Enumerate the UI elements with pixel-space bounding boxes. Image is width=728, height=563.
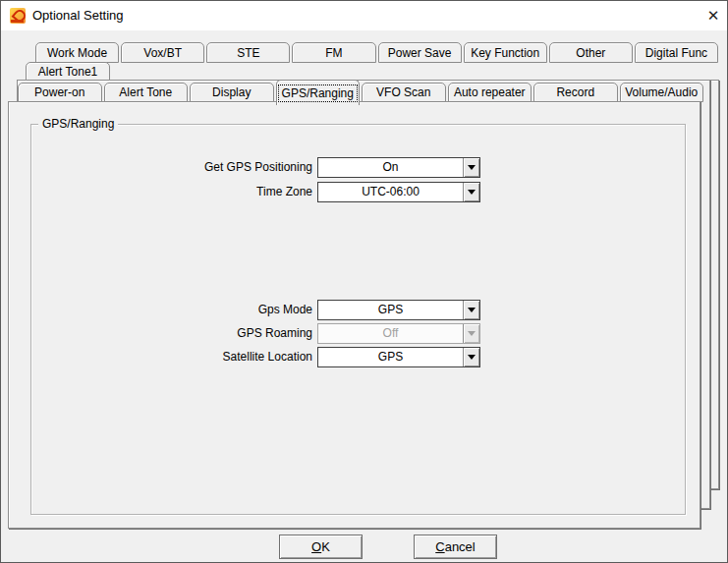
satellite-location-value: GPS bbox=[318, 348, 463, 366]
get-gps-positioning-dropdown[interactable]: On bbox=[317, 157, 480, 178]
tab-label: FM bbox=[325, 46, 342, 60]
gps-mode-label: Gps Mode bbox=[60, 300, 312, 320]
tab-label: Digital Func bbox=[645, 46, 707, 60]
tab-label: Power-on bbox=[34, 85, 84, 99]
tab-label: Record bbox=[556, 85, 594, 99]
tab-volume-audio[interactable]: Volume/Audio bbox=[620, 83, 704, 102]
tab-label: Work Mode bbox=[47, 46, 107, 60]
tab-ste[interactable]: STE bbox=[206, 42, 290, 63]
tab-label: Alert Tone bbox=[119, 85, 172, 99]
tab-label: Volume/Audio bbox=[625, 85, 698, 99]
time-zone-value: UTC-06:00 bbox=[318, 183, 463, 201]
tab-auto-repeater[interactable]: Auto repeater bbox=[448, 83, 532, 102]
tab-label: Alert Tone1 bbox=[38, 65, 98, 79]
time-zone-dropdown[interactable]: UTC-06:00 bbox=[317, 182, 480, 202]
tab-label: VFO Scan bbox=[376, 85, 430, 99]
close-icon[interactable]: ✕ bbox=[699, 1, 728, 30]
tab-row-3: Power-onAlert ToneDisplayGPS/RangingVFO … bbox=[18, 83, 703, 102]
radio-app-icon bbox=[10, 8, 26, 24]
field-row-gps-mode: Gps ModeGPS bbox=[1, 300, 727, 320]
satellite-location-dropdown[interactable]: GPS bbox=[317, 347, 480, 367]
tab-label: Display bbox=[212, 85, 251, 99]
optional-setting-dialog: Optional Setting ✕ Work ModeVox/BTSTEFMP… bbox=[0, 0, 728, 563]
gps-mode-value: GPS bbox=[318, 301, 463, 319]
tab-label: STE bbox=[237, 46, 259, 60]
tab-gps-ranging[interactable]: GPS/Ranging bbox=[276, 80, 361, 105]
tab-display[interactable]: Display bbox=[190, 83, 274, 102]
tab-label: Key Function bbox=[471, 46, 539, 60]
groupbox-title: GPS/Ranging bbox=[38, 117, 118, 131]
gps-roaming-value: Off bbox=[318, 324, 463, 343]
chevron-down-icon[interactable] bbox=[463, 183, 479, 201]
tab-label: GPS/Ranging bbox=[279, 85, 357, 101]
tab-label: Power Save bbox=[388, 46, 452, 60]
tab-other[interactable]: Other bbox=[549, 42, 633, 63]
tab-row-1: Work ModeVox/BTSTEFMPower SaveKey Functi… bbox=[35, 42, 718, 63]
tab-alert-tone[interactable]: Alert Tone bbox=[104, 83, 189, 102]
field-row-gps-roaming: GPS RoamingOff bbox=[1, 323, 727, 344]
tab-label: Vox/BT bbox=[143, 46, 182, 60]
ok-button[interactable]: OK bbox=[279, 535, 363, 559]
tab-row-2: Alert Tone1 bbox=[26, 62, 110, 81]
field-row-get-gps-positioning: Get GPS PositioningOn bbox=[1, 157, 727, 178]
tab-fm[interactable]: FM bbox=[292, 42, 375, 63]
gps-roaming-dropdown: Off bbox=[317, 323, 480, 344]
gps-roaming-label: GPS Roaming bbox=[60, 323, 312, 344]
field-row-time-zone: Time ZoneUTC-06:00 bbox=[1, 182, 727, 202]
window-title: Optional Setting bbox=[32, 1, 124, 30]
chevron-down-icon bbox=[463, 324, 479, 343]
tab-digital-func[interactable]: Digital Func bbox=[635, 42, 718, 63]
tab-alert-tone1[interactable]: Alert Tone1 bbox=[26, 62, 110, 81]
title-bar: Optional Setting ✕ bbox=[1, 1, 727, 30]
time-zone-label: Time Zone bbox=[60, 182, 312, 202]
combo-arrow-glyph bbox=[468, 355, 476, 360]
get-gps-positioning-label: Get GPS Positioning bbox=[60, 157, 312, 178]
combo-arrow-glyph bbox=[468, 331, 476, 336]
field-row-satellite-location: Satellite LocationGPS bbox=[1, 347, 727, 367]
gps-mode-dropdown[interactable]: GPS bbox=[317, 300, 480, 320]
tab-label: Other bbox=[576, 46, 605, 60]
tab-power-on[interactable]: Power-on bbox=[18, 83, 102, 102]
chevron-down-icon[interactable] bbox=[463, 301, 479, 319]
tab-power-save[interactable]: Power Save bbox=[378, 42, 462, 63]
tab-label: Auto repeater bbox=[454, 85, 526, 99]
satellite-location-label: Satellite Location bbox=[60, 347, 312, 367]
combo-arrow-glyph bbox=[468, 165, 476, 170]
tab-work-mode[interactable]: Work Mode bbox=[35, 42, 119, 63]
combo-arrow-glyph bbox=[468, 308, 476, 312]
tab-key-function[interactable]: Key Function bbox=[464, 42, 547, 63]
get-gps-positioning-value: On bbox=[318, 158, 463, 177]
cancel-button[interactable]: Cancel bbox=[414, 535, 497, 559]
tab-record[interactable]: Record bbox=[533, 83, 618, 102]
combo-arrow-glyph bbox=[468, 190, 476, 195]
tab-vox-bt[interactable]: Vox/BT bbox=[121, 42, 204, 63]
chevron-down-icon[interactable] bbox=[463, 158, 479, 177]
chevron-down-icon[interactable] bbox=[463, 348, 479, 366]
tab-vfo-scan[interactable]: VFO Scan bbox=[362, 83, 446, 102]
